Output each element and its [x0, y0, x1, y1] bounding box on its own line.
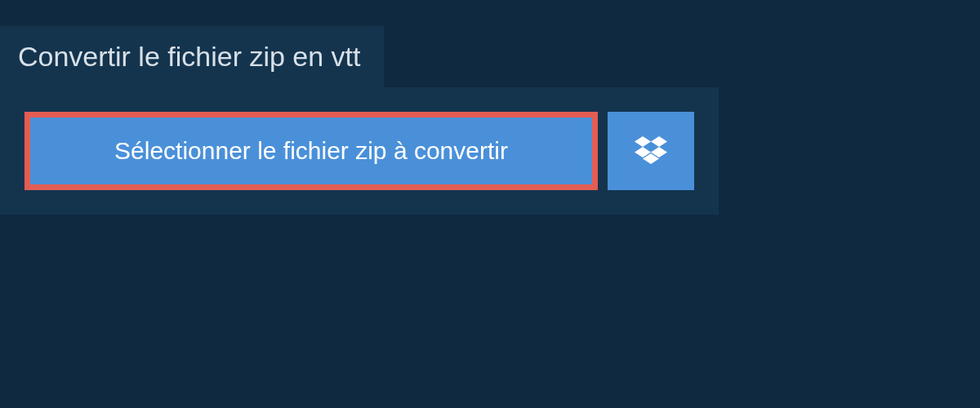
header-tab: Convertir le fichier zip en vtt [0, 26, 384, 87]
page-title: Convertir le fichier zip en vtt [18, 41, 361, 73]
dropbox-icon [635, 136, 667, 166]
select-file-button[interactable]: Sélectionner le fichier zip à convertir [24, 112, 598, 190]
upload-panel: Sélectionner le fichier zip à convertir [0, 87, 719, 215]
button-row: Sélectionner le fichier zip à convertir [24, 112, 694, 190]
select-file-button-label: Sélectionner le fichier zip à convertir [114, 137, 508, 165]
dropbox-button[interactable] [608, 112, 694, 190]
